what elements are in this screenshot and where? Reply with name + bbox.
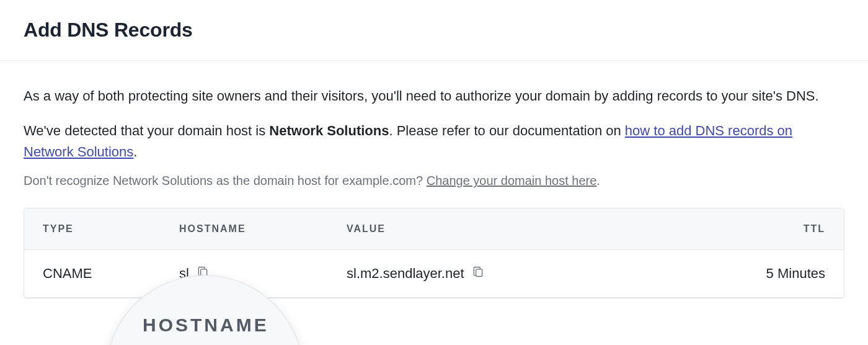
content-section: As a way of both protecting site owners … — [0, 61, 868, 298]
hostname-value: sl — [179, 266, 189, 282]
col-header-value: VALUE — [328, 208, 720, 250]
lens-hostname-header: HOSTNAME — [143, 315, 269, 336]
svg-rect-1 — [476, 269, 482, 277]
detected-host-name: Network Solutions — [269, 123, 389, 138]
header-section: Add DNS Records — [0, 0, 868, 61]
col-header-ttl: TTL — [720, 208, 844, 250]
change-host-link[interactable]: Change your domain host here — [427, 174, 597, 187]
detected-host-text: We've detected that your domain host is … — [24, 120, 844, 163]
unrecognize-suffix: . — [596, 174, 600, 187]
detected-mid: . Please refer to our documentation on — [389, 123, 624, 138]
copy-icon — [197, 265, 209, 279]
cell-ttl: 5 Minutes — [720, 250, 844, 298]
unrecognize-prefix: Don't recognize Network Solutions as the… — [24, 174, 427, 187]
cell-value: sl.m2.sendlayer.net — [328, 250, 720, 298]
intro-text: As a way of both protecting site owners … — [24, 86, 844, 107]
detected-prefix: We've detected that your domain host is — [24, 123, 269, 138]
copy-icon — [472, 265, 484, 279]
cell-type: CNAME — [24, 250, 161, 298]
col-header-hostname: HOSTNAME — [161, 208, 328, 250]
change-host-text: Don't recognize Network Solutions as the… — [24, 174, 844, 188]
copy-value-button[interactable] — [472, 265, 484, 282]
dns-records-table: TYPE HOSTNAME VALUE TTL CNAME sl — [24, 208, 844, 298]
value-text: sl.m2.sendlayer.net — [347, 266, 464, 282]
detected-suffix: . — [133, 144, 137, 159]
table-header-row: TYPE HOSTNAME VALUE TTL — [24, 208, 844, 250]
copy-hostname-button[interactable] — [197, 265, 209, 282]
svg-rect-0 — [201, 269, 207, 277]
col-header-type: TYPE — [24, 208, 161, 250]
table-row: CNAME sl — [24, 250, 844, 298]
page-title: Add DNS Records — [24, 19, 844, 42]
cell-hostname: sl — [161, 250, 328, 298]
